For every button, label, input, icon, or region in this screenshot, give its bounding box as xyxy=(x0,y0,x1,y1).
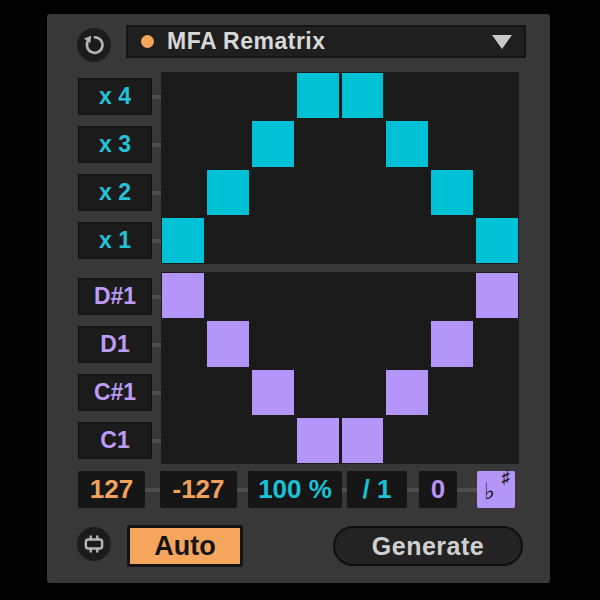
matrix-cell[interactable] xyxy=(386,273,428,318)
matrix-cell[interactable] xyxy=(162,418,204,463)
matrix-cell[interactable] xyxy=(162,73,204,118)
matrix-cell[interactable] xyxy=(342,170,384,215)
label-connector xyxy=(152,191,161,195)
connector xyxy=(407,488,419,492)
matrix-cell[interactable] xyxy=(476,73,518,118)
matrix-cell[interactable] xyxy=(252,218,294,263)
matrix-cell[interactable] xyxy=(476,273,518,318)
matrix-cell[interactable] xyxy=(297,73,339,118)
label-connector xyxy=(152,295,161,299)
matrix-cell[interactable] xyxy=(162,273,204,318)
loop-button[interactable] xyxy=(77,527,111,561)
matrix-cell[interactable] xyxy=(207,273,249,318)
loop-icon xyxy=(81,531,107,557)
matrix-cell[interactable] xyxy=(386,121,428,166)
matrix-cell[interactable] xyxy=(431,218,473,263)
matrix-cell[interactable] xyxy=(342,370,384,415)
matrix-cell[interactable] xyxy=(162,370,204,415)
refresh-icon xyxy=(81,32,107,58)
refresh-button[interactable] xyxy=(77,28,111,62)
matrix-cell[interactable] xyxy=(431,418,473,463)
matrix-cell[interactable] xyxy=(252,418,294,463)
label-connector xyxy=(152,239,161,243)
matrix-cell[interactable] xyxy=(386,170,428,215)
matrix-cell[interactable] xyxy=(386,370,428,415)
matrix-cell[interactable] xyxy=(297,321,339,366)
matrix-cell[interactable] xyxy=(342,321,384,366)
auto-toggle-button[interactable]: Auto xyxy=(127,525,243,567)
transpose-numbox[interactable]: 0 xyxy=(419,471,457,508)
matrix-cell[interactable] xyxy=(252,273,294,318)
probability-numbox[interactable]: 100 % xyxy=(248,471,342,508)
matrix-cell[interactable] xyxy=(207,370,249,415)
row-label-x4[interactable]: x 4 xyxy=(78,78,152,115)
matrix-cell[interactable] xyxy=(207,418,249,463)
matrix-cell[interactable] xyxy=(162,121,204,166)
matrix-cell[interactable] xyxy=(207,321,249,366)
matrix-cell[interactable] xyxy=(297,170,339,215)
generate-button[interactable]: Generate xyxy=(333,526,523,566)
matrix-cell[interactable] xyxy=(342,121,384,166)
min-velocity-numbox[interactable]: -127 xyxy=(160,471,237,508)
matrix-cell[interactable] xyxy=(342,418,384,463)
matrix-cell[interactable] xyxy=(297,218,339,263)
matrix-cell[interactable] xyxy=(252,370,294,415)
pitch-matrix[interactable] xyxy=(161,272,519,464)
matrix-cell[interactable] xyxy=(297,273,339,318)
matrix-cell[interactable] xyxy=(386,73,428,118)
matrix-cell[interactable] xyxy=(252,121,294,166)
connector xyxy=(145,488,160,492)
matrix-cell[interactable] xyxy=(207,170,249,215)
matrix-cell[interactable] xyxy=(386,218,428,263)
matrix-cell[interactable] xyxy=(431,273,473,318)
matrix-cell[interactable] xyxy=(431,170,473,215)
preset-name: MFA Rematrix xyxy=(167,28,326,55)
row-label-c1[interactable]: C1 xyxy=(78,422,152,459)
matrix-cell[interactable] xyxy=(476,170,518,215)
row-label-ds1[interactable]: D#1 xyxy=(78,278,152,315)
matrix-cell[interactable] xyxy=(252,73,294,118)
rematrix-device-panel: MFA Rematrix x 4 x 3 x 2 x 1 D#1 D1 C#1 … xyxy=(47,14,550,583)
matrix-cell[interactable] xyxy=(207,121,249,166)
accidental-toggle-button[interactable]: ♭ ♯ xyxy=(477,471,515,508)
parameter-row: 127 -127 100 % / 1 0 ♭ ♯ xyxy=(78,471,515,508)
matrix-cell[interactable] xyxy=(297,370,339,415)
rhythm-matrix[interactable] xyxy=(161,72,519,264)
label-connector xyxy=(152,95,161,99)
max-velocity-numbox[interactable]: 127 xyxy=(78,471,145,508)
row-label-x3[interactable]: x 3 xyxy=(78,126,152,163)
preset-dropdown[interactable]: MFA Rematrix xyxy=(126,25,526,58)
matrix-cell[interactable] xyxy=(342,73,384,118)
matrix-cell[interactable] xyxy=(386,418,428,463)
matrix-cell[interactable] xyxy=(252,170,294,215)
matrix-cell[interactable] xyxy=(386,321,428,366)
matrix-cell[interactable] xyxy=(162,218,204,263)
matrix-cell[interactable] xyxy=(342,273,384,318)
division-numbox[interactable]: / 1 xyxy=(347,471,407,508)
matrix-cell[interactable] xyxy=(476,321,518,366)
matrix-cell[interactable] xyxy=(252,321,294,366)
matrix-cell[interactable] xyxy=(431,73,473,118)
matrix-cell[interactable] xyxy=(476,121,518,166)
matrix-cell[interactable] xyxy=(162,321,204,366)
matrix-cell[interactable] xyxy=(162,170,204,215)
matrix-cell[interactable] xyxy=(297,121,339,166)
chevron-down-icon[interactable] xyxy=(492,35,512,49)
matrix-cell[interactable] xyxy=(431,121,473,166)
matrix-cell[interactable] xyxy=(207,73,249,118)
matrix-cell[interactable] xyxy=(207,218,249,263)
matrix-cell[interactable] xyxy=(297,418,339,463)
row-label-d1[interactable]: D1 xyxy=(78,326,152,363)
sharp-icon: ♯ xyxy=(502,468,511,488)
matrix-cell[interactable] xyxy=(342,218,384,263)
row-label-x2[interactable]: x 2 xyxy=(78,174,152,211)
row-label-x1[interactable]: x 1 xyxy=(78,222,152,259)
matrix-cell[interactable] xyxy=(431,321,473,366)
matrix-cell[interactable] xyxy=(431,370,473,415)
matrix-cell[interactable] xyxy=(476,370,518,415)
matrix-cell[interactable] xyxy=(476,418,518,463)
row-label-cs1[interactable]: C#1 xyxy=(78,374,152,411)
matrix-cell[interactable] xyxy=(476,218,518,263)
connector xyxy=(237,488,248,492)
label-connector xyxy=(152,439,161,443)
